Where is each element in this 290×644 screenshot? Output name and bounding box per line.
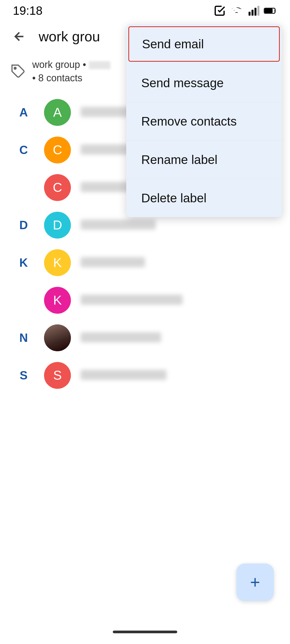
contact-row[interactable]: K K bbox=[0, 244, 290, 281]
menu-item-send-message[interactable]: Send message bbox=[126, 64, 282, 102]
svg-rect-0 bbox=[249, 12, 251, 16]
menu-item-send-email[interactable]: Send email bbox=[128, 26, 280, 62]
fab-button[interactable]: + bbox=[236, 564, 274, 601]
nav-bar bbox=[113, 631, 177, 633]
wifi-icon bbox=[230, 5, 243, 17]
avatar: K bbox=[44, 287, 71, 314]
svg-rect-2 bbox=[255, 8, 256, 16]
avatar: C bbox=[44, 174, 71, 201]
section-letter-n: N bbox=[19, 331, 28, 345]
task-done-icon bbox=[214, 5, 226, 17]
context-menu: Send email Send message Remove contacts … bbox=[126, 24, 282, 217]
avatar: K bbox=[44, 249, 71, 276]
menu-item-remove-contacts[interactable]: Remove contacts bbox=[126, 102, 282, 141]
fab-plus-icon: + bbox=[250, 574, 260, 591]
section-letter-c: C bbox=[19, 143, 28, 157]
label-text: work group • • 8 contacts bbox=[32, 58, 110, 85]
svg-rect-5 bbox=[265, 9, 272, 12]
avatar: A bbox=[44, 99, 71, 126]
avatar: S bbox=[44, 362, 71, 389]
back-button[interactable] bbox=[9, 26, 30, 47]
avatar: C bbox=[44, 137, 71, 163]
contact-name bbox=[81, 370, 277, 381]
contact-name bbox=[81, 257, 277, 268]
section-letter-k: K bbox=[19, 256, 28, 269]
status-bar: 19:18 bbox=[0, 0, 290, 21]
contact-name bbox=[81, 219, 277, 231]
status-icons bbox=[214, 5, 277, 17]
svg-rect-3 bbox=[258, 6, 259, 16]
menu-item-rename-label[interactable]: Rename label bbox=[126, 141, 282, 179]
svg-rect-1 bbox=[252, 10, 253, 16]
contact-row[interactable]: S S bbox=[0, 357, 290, 394]
status-time: 19:18 bbox=[13, 4, 42, 17]
section-letter-d: D bbox=[19, 218, 28, 232]
avatar bbox=[44, 324, 71, 351]
back-arrow-icon bbox=[12, 30, 26, 43]
contact-name bbox=[81, 295, 277, 306]
section-letter-s: S bbox=[20, 369, 27, 382]
contact-name bbox=[81, 332, 277, 343]
avatar: D bbox=[44, 212, 71, 239]
label-icon bbox=[11, 64, 26, 79]
menu-item-delete-label[interactable]: Delete label bbox=[126, 179, 282, 217]
contact-row[interactable]: K bbox=[0, 281, 290, 319]
battery-icon bbox=[264, 5, 277, 17]
svg-point-6 bbox=[14, 67, 16, 69]
signal-icon bbox=[248, 5, 259, 17]
section-letter-a: A bbox=[19, 106, 28, 119]
page-title: work grou bbox=[39, 28, 100, 45]
contact-row[interactable]: N bbox=[0, 319, 290, 357]
